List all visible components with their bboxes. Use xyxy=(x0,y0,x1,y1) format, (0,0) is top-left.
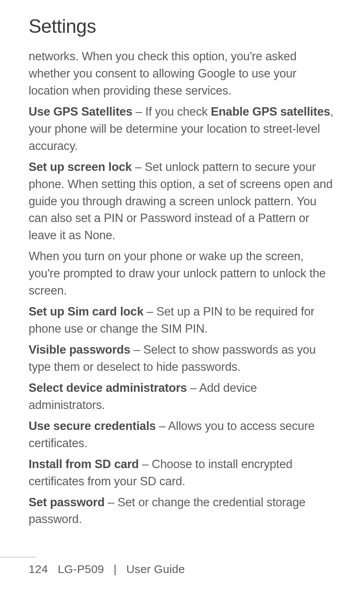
install-sd-sep: – xyxy=(139,457,152,471)
visible-passwords-label: Visible passwords xyxy=(29,343,130,356)
device-admins-label: Select device administrators xyxy=(29,381,187,394)
secure-credentials-paragraph: Use secure credentials – Allows you to a… xyxy=(29,418,335,452)
gps-paragraph: Use GPS Satellites – If you check Enable… xyxy=(29,103,335,155)
intro-paragraph: networks. When you check this option, yo… xyxy=(29,48,335,100)
page-footer: 124 LG-P509 | User Guide xyxy=(0,557,364,576)
screen-lock-sep: – xyxy=(132,160,145,174)
screen-lock-label: Set up screen lock xyxy=(29,160,132,174)
screen-lock-paragraph: Set up screen lock – Set unlock pattern … xyxy=(29,159,335,245)
gps-label: Use GPS Satellites xyxy=(29,105,132,118)
install-sd-label: Install from SD card xyxy=(29,457,139,471)
install-sd-paragraph: Install from SD card – Choose to install… xyxy=(29,456,335,490)
sim-lock-paragraph: Set up Sim card lock – Set up a PIN to b… xyxy=(29,303,335,338)
sim-lock-label: Set up Sim card lock xyxy=(29,305,143,318)
sim-lock-sep: – xyxy=(143,305,156,318)
screen-lock-followup-paragraph: When you turn on your phone or wake up t… xyxy=(29,248,335,299)
visible-passwords-paragraph: Visible passwords – Select to show passw… xyxy=(29,341,335,376)
guide-label: User Guide xyxy=(126,563,185,575)
footer-text: 124 LG-P509 | User Guide xyxy=(0,563,364,576)
secure-credentials-label: Use secure credentials xyxy=(29,419,156,433)
secure-credentials-sep: – xyxy=(156,419,168,433)
footer-divider xyxy=(0,557,36,557)
set-password-label: Set password xyxy=(29,496,105,509)
gps-inline-bold: Enable GPS satellites xyxy=(211,105,330,118)
visible-passwords-sep: – xyxy=(130,343,143,356)
set-password-sep: – xyxy=(105,496,118,509)
page-title: Settings xyxy=(29,15,335,37)
body-content: networks. When you check this option, yo… xyxy=(29,48,335,528)
device-admins-paragraph: Select device administrators – Add devic… xyxy=(29,380,335,414)
gps-text-before: If you check xyxy=(145,105,211,118)
gps-sep: – xyxy=(132,105,145,118)
product-name: LG-P509 xyxy=(58,563,104,575)
set-password-paragraph: Set password – Set or change the credent… xyxy=(29,494,335,528)
page-number: 124 xyxy=(29,563,48,575)
device-admins-sep: – xyxy=(187,381,199,394)
footer-separator: | xyxy=(111,563,120,576)
